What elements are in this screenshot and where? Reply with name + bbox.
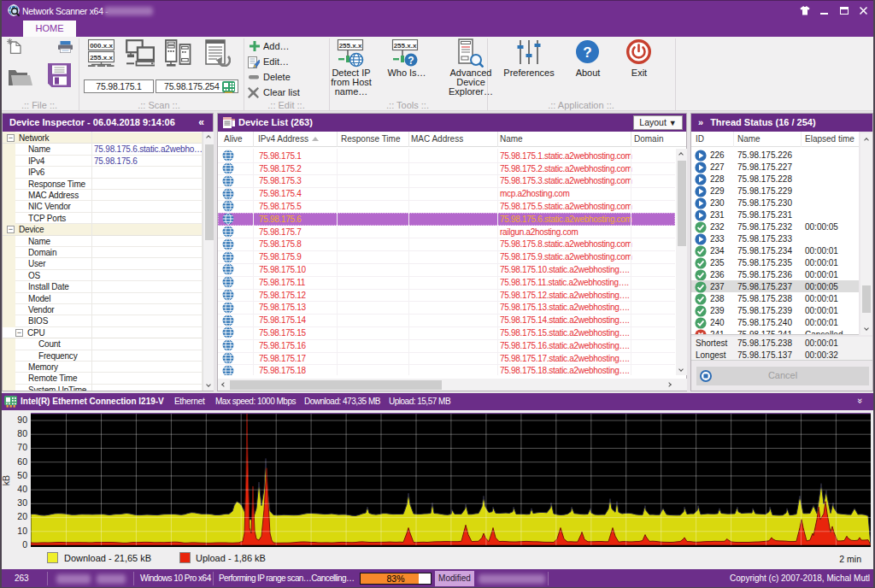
svg-text:000.x.x: 000.x.x bbox=[90, 42, 113, 50]
svg-text:?: ? bbox=[583, 44, 591, 61]
svg-text:?: ? bbox=[408, 55, 414, 67]
svg-text:255.x.x: 255.x.x bbox=[339, 42, 362, 50]
svg-text:255.x.x: 255.x.x bbox=[394, 42, 417, 50]
svg-text:255.x.x: 255.x.x bbox=[90, 54, 113, 62]
